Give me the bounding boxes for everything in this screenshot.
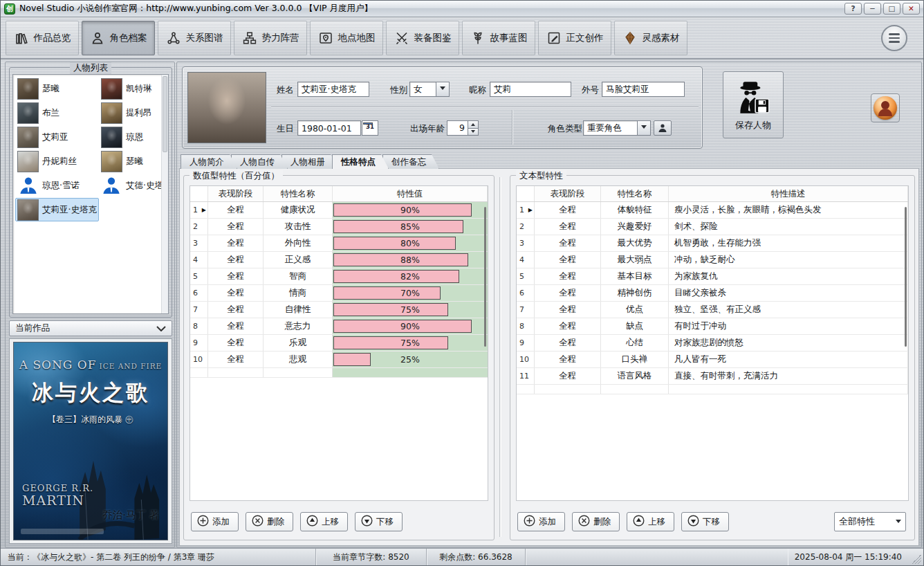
age-stepper[interactable]: 9 <box>447 120 479 136</box>
text-trait-row[interactable]: 10 全程 口头禅 凡人皆有一死 <box>517 352 908 368</box>
assistant-button[interactable] <box>871 93 900 122</box>
character-list-item[interactable]: 艾莉亚·史塔克 <box>15 198 99 221</box>
alias-label: 外号 <box>582 84 599 96</box>
stepper-down-icon[interactable] <box>468 129 479 136</box>
character-list-item[interactable]: 布兰 <box>15 101 99 125</box>
hamburger-icon <box>889 33 900 35</box>
character-list-item[interactable]: 瑟曦 <box>15 77 99 100</box>
text-trait-row[interactable]: 9 全程 心结 对家族悲剧的愤怒 <box>517 335 908 352</box>
toolbar-item-location-maps[interactable]: 地点地图 <box>310 21 383 55</box>
text-trait-row[interactable]: 11 全程 语言风格 直接、有时带刺，充满活力 <box>517 368 908 385</box>
text-trait-row[interactable]: 4 全程 最大弱点 冲动，缺乏耐心 <box>517 252 908 268</box>
numeric-trait-row[interactable]: 9 全程 乐观 75% <box>190 335 488 352</box>
character-list-scrollbar[interactable] <box>161 75 168 313</box>
toolbar-item-story-blueprint[interactable]: 故事蓝图 <box>462 21 535 55</box>
move-up-icon <box>306 515 318 529</box>
current-work-dropdown[interactable]: 当前作品 <box>9 320 172 336</box>
numeric-trait-row[interactable]: 3 全程 外向性 80% <box>190 235 488 252</box>
tab-创作备忘[interactable]: 创作备忘 <box>382 154 439 169</box>
tab-人物简介[interactable]: 人物简介 <box>181 154 237 169</box>
tab-人物自传[interactable]: 人物自传 <box>231 154 288 169</box>
birthday-input[interactable] <box>297 120 361 136</box>
minimize-button[interactable]: ─ <box>864 3 881 15</box>
text-trait-row[interactable]: 6 全程 精神创伤 目睹父亲被杀 <box>517 285 908 302</box>
role-type-select[interactable]: 重要角色 <box>583 120 651 136</box>
gender-select[interactable]: 女 <box>409 82 450 97</box>
book-author-en: GEORGE R.R. MARTIN <box>22 484 93 508</box>
character-list-item[interactable]: 艾德·史塔克 <box>99 174 161 197</box>
alias-input[interactable] <box>602 82 685 97</box>
maximize-button[interactable]: □ <box>883 3 900 15</box>
character-list-item[interactable]: 凯特琳 <box>99 77 161 100</box>
manage-role-types-button[interactable] <box>654 120 672 136</box>
toolbar-item-works-overview[interactable]: 作品总览 <box>6 21 79 55</box>
numeric-add-button[interactable]: 添加 <box>191 512 239 531</box>
numeric-trait-row[interactable]: 2 全程 攻击性 85% <box>190 219 488 235</box>
calendar-button[interactable]: 31 <box>362 120 378 136</box>
tab-人物相册[interactable]: 人物相册 <box>281 154 338 169</box>
toolbar-item-main-writing[interactable]: 正文创作 <box>538 21 611 55</box>
menu-button[interactable] <box>881 25 907 51</box>
nickname-input[interactable] <box>490 82 571 97</box>
character-list-item[interactable]: 琼恩·雪诺 <box>15 174 99 197</box>
text-table-scrollbar[interactable] <box>905 207 907 347</box>
numeric-trait-row[interactable]: 1▶ 全程 健康状况 90% <box>190 202 488 219</box>
spy-save-icon <box>734 79 773 118</box>
role-type-label: 角色类型 <box>548 123 582 135</box>
person-settings-icon <box>657 122 668 134</box>
text-move-up-button[interactable]: 上移 <box>627 512 674 531</box>
text-move-down-button[interactable]: 下移 <box>681 512 729 531</box>
text-trait-row[interactable]: 7 全程 优点 独立、坚强、有正义感 <box>517 302 908 318</box>
text-add-button[interactable]: 添加 <box>517 512 565 531</box>
resize-grip[interactable] <box>912 554 921 564</box>
trait-value-bar: 88% <box>333 252 488 268</box>
numeric-delete-button[interactable]: 删除 <box>246 512 293 531</box>
character-list-item[interactable]: 提利昂 <box>99 101 161 125</box>
character-portrait[interactable] <box>187 72 266 143</box>
stepper-up-icon[interactable] <box>468 120 479 129</box>
toolbar-item-equipment-catalog[interactable]: 装备图鉴 <box>386 21 459 55</box>
toolbar-item-relationship-map[interactable]: 关系图谱 <box>158 21 231 55</box>
text-trait-row[interactable]: 5 全程 基本目标 为家族复仇 <box>517 268 908 285</box>
text-trait-row[interactable]: 2 全程 兴趣爱好 剑术、探险 <box>517 219 908 235</box>
text-delete-button[interactable]: 删除 <box>572 512 620 531</box>
help-button[interactable]: ? <box>844 3 862 15</box>
tab-性格特点[interactable]: 性格特点 <box>332 154 389 169</box>
character-list-item[interactable]: 瑟曦 <box>99 149 161 173</box>
toolbar-item-inspiration-material[interactable]: 灵感素材 <box>614 21 687 55</box>
avatar <box>101 127 122 148</box>
form-divider <box>271 107 699 108</box>
compose-icon <box>546 30 562 46</box>
main-panel: 姓名 性别 女 昵称 外号 生日 31 出场年龄 9 <box>176 62 922 548</box>
current-work-label: 当前作品 <box>15 322 50 334</box>
toolbar-item-faction-camps[interactable]: 势力阵营 <box>234 21 307 55</box>
numeric-trait-row[interactable]: 7 全程 自律性 75% <box>190 302 488 318</box>
numeric-trait-row[interactable]: 8 全程 意志力 90% <box>190 318 488 335</box>
toolbar-item-character-files[interactable]: 角色档案 <box>82 21 155 55</box>
dropdown-arrow-icon[interactable] <box>637 120 651 136</box>
numeric-trait-row[interactable]: 10 全程 悲观 25% <box>190 352 488 368</box>
character-list-item[interactable]: 琼恩 <box>99 125 161 149</box>
character-list-item[interactable]: 丹妮莉丝 <box>15 149 99 173</box>
text-trait-row[interactable]: 8 全程 缺点 有时过于冲动 <box>517 318 908 335</box>
panel-splitter[interactable] <box>499 177 501 537</box>
numeric-move-up-button[interactable]: 上移 <box>300 512 348 531</box>
text-trait-row[interactable]: 3 全程 最大优势 机智勇敢，生存能力强 <box>517 235 908 252</box>
numeric-trait-row[interactable]: 6 全程 情商 70% <box>190 285 488 302</box>
book-cover[interactable]: A SONG OFICE AND FIRE 冰与火之歌 【卷三】冰雨的风暴 ㊥ … <box>13 342 168 540</box>
numeric-traits-actions: 添加 删除 上移 下移 <box>191 512 403 531</box>
table-header: 表现阶段 特性名称 特性描述 <box>517 186 908 202</box>
numeric-table-scrollbar[interactable] <box>484 207 486 347</box>
text-trait-row[interactable]: 1▶ 全程 体貌特征 瘦小灵活，长脸，灰眼睛，棕褐色头发 <box>517 202 908 219</box>
numeric-trait-row[interactable]: 4 全程 正义感 88% <box>190 252 488 268</box>
numeric-trait-row[interactable]: 5 全程 智商 82% <box>190 268 488 285</box>
avatar <box>17 102 39 124</box>
trait-filter-select[interactable]: 全部特性 <box>834 512 906 531</box>
character-list-item[interactable]: 艾莉亚 <box>15 125 99 149</box>
dropdown-arrow-icon[interactable] <box>436 82 450 97</box>
save-character-button[interactable]: 保存人物 <box>723 71 784 138</box>
close-button[interactable]: ✕ <box>903 3 920 15</box>
numeric-move-down-button[interactable]: 下移 <box>355 512 403 531</box>
name-input[interactable] <box>297 82 369 97</box>
delete-icon <box>252 515 264 529</box>
